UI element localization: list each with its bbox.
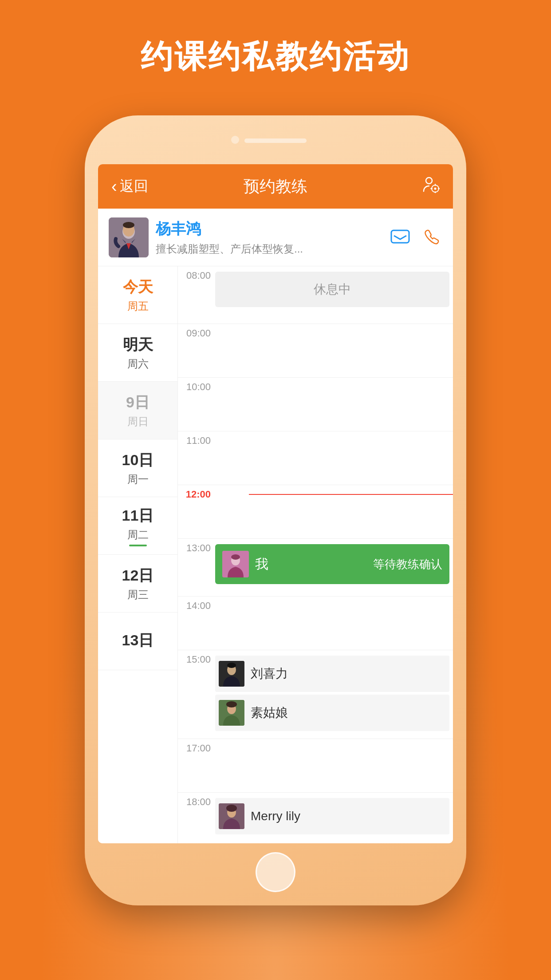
phone-button[interactable]	[420, 226, 442, 249]
time-content-11	[213, 431, 453, 485]
date-item-10[interactable]: 10日 周一	[98, 439, 177, 497]
back-chevron-icon: ‹	[111, 178, 117, 195]
time-label-09: 09:00	[178, 324, 213, 339]
phone-wrapper: ‹ 返回 预约教练	[85, 115, 466, 905]
user-name-liu: 刘喜力	[251, 665, 288, 682]
user-name-su: 素姑娘	[251, 704, 288, 721]
person-settings-icon[interactable]	[423, 176, 440, 197]
svg-point-10	[123, 222, 134, 228]
coach-name: 杨丰鸿	[156, 219, 389, 239]
coach-info: 杨丰鸿 擅长减脂塑型、产后体型恢复...	[149, 219, 389, 256]
time-schedule[interactable]: 08:00 休息中 09:00 10:00	[178, 266, 453, 843]
rest-block: 休息中	[215, 272, 449, 307]
date-label-12: 12日	[122, 565, 154, 586]
svg-rect-11	[391, 230, 409, 243]
coach-actions	[389, 226, 442, 249]
booking-avatar-img	[222, 551, 249, 577]
date-item-12[interactable]: 12日 周三	[98, 555, 177, 612]
svg-point-14	[231, 554, 240, 560]
time-label-17: 17:00	[178, 739, 213, 754]
date-item-today[interactable]: 今天 周五	[98, 266, 177, 324]
date-label-10: 10日	[122, 450, 154, 470]
date-underline-11	[129, 545, 147, 546]
back-label: 返回	[120, 177, 148, 196]
time-content-12	[213, 485, 453, 538]
user-avatar-liu	[219, 661, 244, 687]
user-avatar-su	[219, 700, 244, 726]
nav-bar: ‹ 返回 预约教练	[98, 164, 453, 209]
time-content-18: Merry lily	[213, 793, 453, 843]
time-label-14: 14:00	[178, 597, 213, 612]
schedule-container: 今天 周五 明天 周六 9日 周日 10日 周一	[98, 266, 453, 843]
time-label-15: 15:00	[178, 650, 213, 665]
time-content-09	[213, 324, 453, 377]
user-slot-liu[interactable]: 刘喜力	[215, 656, 449, 692]
nav-title: 预约教练	[244, 176, 307, 198]
time-row-13: 13:00	[178, 539, 453, 597]
date-item-tomorrow[interactable]: 明天 周六	[98, 324, 177, 382]
date-sidebar: 今天 周五 明天 周六 9日 周日 10日 周一	[98, 266, 178, 843]
coach-desc: 擅长减脂塑型、产后体型恢复...	[156, 242, 389, 256]
date-weekday-11: 周二	[127, 528, 149, 542]
date-label-13: 13日	[122, 630, 154, 651]
time-content-17	[213, 739, 453, 792]
time-row-12: 12:00	[178, 485, 453, 539]
user-slot-su[interactable]: 素姑娘	[215, 695, 449, 731]
date-item-13[interactable]: 13日	[98, 612, 177, 670]
date-item-9[interactable]: 9日 周日	[98, 382, 177, 439]
phone-shell: ‹ 返回 预约教练	[85, 115, 466, 905]
svg-point-20	[226, 701, 237, 707]
booking-status: 等待教练确认	[373, 557, 442, 572]
svg-point-23	[226, 805, 237, 812]
date-item-11[interactable]: 11日 周二	[98, 497, 177, 555]
date-label-tomorrow: 明天	[123, 335, 153, 355]
date-weekday-tomorrow: 周六	[127, 357, 149, 371]
date-weekday-today: 周五	[127, 299, 149, 313]
time-label-08: 08:00	[178, 266, 213, 281]
date-weekday-10: 周一	[127, 472, 149, 486]
time-label-12: 12:00	[178, 485, 213, 500]
date-weekday-9: 周日	[127, 415, 149, 429]
time-label-18: 18:00	[178, 793, 213, 808]
time-row-14: 14:00	[178, 597, 453, 650]
booking-user-name: 我	[255, 555, 373, 573]
date-label-11: 11日	[122, 506, 154, 526]
user-name-merry: Merry lily	[251, 809, 300, 823]
user-slot-merry[interactable]: Merry lily	[215, 798, 449, 834]
svg-point-2	[434, 187, 437, 190]
time-content-13: 我 等待教练确认	[213, 539, 453, 592]
date-label-9: 9日	[126, 392, 150, 413]
svg-point-0	[426, 178, 432, 184]
phone-speaker	[244, 138, 307, 143]
page-title: 约课约私教约活动	[0, 36, 551, 78]
time-row-08: 08:00 休息中	[178, 266, 453, 324]
time-label-10: 10:00	[178, 378, 213, 393]
booking-slot[interactable]: 我 等待教练确认	[215, 544, 449, 584]
svg-point-17	[227, 663, 236, 668]
date-label-today: 今天	[123, 277, 153, 297]
time-content-10	[213, 378, 453, 431]
time-label-13: 13:00	[178, 539, 213, 554]
booking-user-avatar	[222, 551, 249, 577]
noon-line	[249, 494, 453, 495]
phone-camera	[231, 136, 239, 144]
time-row-15: 15:00	[178, 650, 453, 739]
time-content-08: 休息中	[213, 266, 453, 320]
message-button[interactable]	[389, 226, 411, 249]
time-row-11: 11:00	[178, 431, 453, 485]
nav-back-button[interactable]: ‹ 返回	[111, 177, 148, 196]
time-content-15: 刘喜力	[213, 650, 453, 737]
time-row-10: 10:00	[178, 378, 453, 431]
coach-avatar	[109, 217, 149, 257]
time-row-18: 18:00	[178, 793, 453, 843]
app-screen: ‹ 返回 预约教练	[98, 164, 453, 843]
time-content-14	[213, 597, 453, 650]
phone-home-button[interactable]	[256, 852, 295, 892]
user-avatar-merry	[219, 803, 244, 829]
coach-profile: 杨丰鸿 擅长减脂塑型、产后体型恢复...	[98, 209, 453, 266]
date-weekday-12: 周三	[127, 588, 149, 602]
time-row-17: 17:00	[178, 739, 453, 793]
time-label-11: 11:00	[178, 431, 213, 447]
time-row-09: 09:00	[178, 324, 453, 378]
